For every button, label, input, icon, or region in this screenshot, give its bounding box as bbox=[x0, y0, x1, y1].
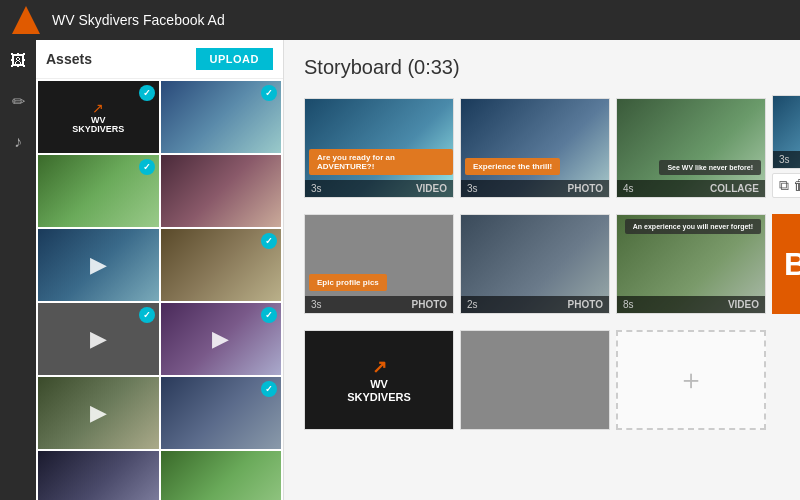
logo-text-card: WVSKYDIVERS bbox=[347, 378, 411, 404]
mini-actions-bar: ⧉ 🗑 bbox=[772, 173, 800, 198]
card-overlay-never: An experience you will never forget! bbox=[625, 219, 761, 234]
asset-thumb-9[interactable]: ▶ bbox=[38, 377, 159, 449]
upload-button[interactable]: UPLOAD bbox=[196, 48, 273, 70]
asset-selected-badge: ✓ bbox=[139, 85, 155, 101]
card-duration: 3s bbox=[467, 183, 478, 194]
delete-icon[interactable]: 🗑 bbox=[793, 177, 800, 194]
asset-thumb-6[interactable]: ✓ bbox=[161, 229, 282, 301]
card-overlay-profile: Epic profile pics bbox=[309, 274, 387, 291]
sidebar-pencil-icon[interactable]: ✏ bbox=[8, 88, 29, 115]
add-icon: ＋ bbox=[677, 361, 705, 399]
asset-thumb-logo[interactable]: ↗ WVSKYDIVERS ✓ bbox=[38, 81, 159, 153]
logo-arrow-card: ↗ bbox=[372, 356, 387, 378]
card-label-profile: 3s PHOTO bbox=[305, 296, 453, 313]
sidebar-icons: 🖼 ✏ ♪ bbox=[0, 40, 36, 500]
card-duration: 3s bbox=[311, 299, 322, 310]
storyboard-row-3: ↗ WVSKYDIVERS ＋ bbox=[304, 330, 780, 430]
asset-selected-badge: ✓ bbox=[139, 159, 155, 175]
asset-thumb-10[interactable]: ✓ bbox=[161, 377, 282, 449]
logo-arrow: ↗ bbox=[92, 100, 104, 116]
card-type: COLLAGE bbox=[710, 183, 759, 194]
asset-thumb-8[interactable]: ▶ ✓ bbox=[161, 303, 282, 375]
card-label-adventure: 3s VIDEO bbox=[305, 180, 453, 197]
orange-block-bc[interactable]: BC bbox=[772, 214, 800, 314]
card-type: VIDEO bbox=[416, 183, 447, 194]
main-layout: 🖼 ✏ ♪ Assets UPLOAD ↗ WVSKYDIVERS ✓ ✓ ✓ bbox=[0, 40, 800, 500]
play-icon: ▶ bbox=[90, 326, 107, 352]
asset-selected-badge: ✓ bbox=[261, 381, 277, 397]
card-label-never: 8s VIDEO bbox=[617, 296, 765, 313]
asset-selected-badge: ✓ bbox=[261, 233, 277, 249]
app-logo bbox=[12, 6, 40, 34]
card-duration: 3s bbox=[311, 183, 322, 194]
card-duration: 4s bbox=[623, 183, 634, 194]
card-overlay-adventure: Are you ready for an ADVENTURE?! bbox=[309, 149, 453, 175]
top-bar: WV Skydivers Facebook Ad bbox=[0, 0, 800, 40]
add-card-button[interactable]: ＋ bbox=[616, 330, 766, 430]
storyboard-row-2: Epic profile pics 3s PHOTO 2s PHOTO An e… bbox=[304, 214, 780, 314]
story-card-collage[interactable]: See WV like never before! 4s COLLAGE bbox=[616, 98, 766, 198]
story-card-never[interactable]: An experience you will never forget! 8s … bbox=[616, 214, 766, 314]
card-label-collage: 4s COLLAGE bbox=[617, 180, 765, 197]
story-card-adventure[interactable]: Are you ready for an ADVENTURE?! 3s VIDE… bbox=[304, 98, 454, 198]
assets-label: Assets bbox=[46, 51, 92, 67]
card-end-row1-container: 3s ⧉ 🗑 bbox=[772, 95, 800, 198]
card-duration: 8s bbox=[623, 299, 634, 310]
copy-icon[interactable]: ⧉ bbox=[779, 177, 789, 194]
logo-text-wv: WVSKYDIVERS bbox=[72, 116, 124, 134]
project-title: WV Skydivers Facebook Ad bbox=[52, 12, 225, 28]
card-type: PHOTO bbox=[412, 299, 447, 310]
story-card-bottom2[interactable] bbox=[460, 330, 610, 430]
card-label-epic2: 2s PHOTO bbox=[461, 296, 609, 313]
card-overlay-thrill: Experience the thrill! bbox=[465, 158, 560, 175]
play-icon: ▶ bbox=[212, 326, 229, 352]
story-card-logo[interactable]: ↗ WVSKYDIVERS bbox=[304, 330, 454, 430]
story-card-epic2[interactable]: 2s PHOTO bbox=[460, 214, 610, 314]
asset-selected-badge: ✓ bbox=[261, 85, 277, 101]
card-label-end1: 3s bbox=[773, 151, 800, 168]
sidebar-music-icon[interactable]: ♪ bbox=[10, 129, 26, 155]
assets-panel: Assets UPLOAD ↗ WVSKYDIVERS ✓ ✓ ✓ ▶ bbox=[36, 40, 284, 500]
play-icon: ▶ bbox=[90, 252, 107, 278]
card-type: VIDEO bbox=[728, 299, 759, 310]
storyboard-area: Storyboard (0:33) Are you ready for an A… bbox=[284, 40, 800, 500]
assets-grid: ↗ WVSKYDIVERS ✓ ✓ ✓ ▶ ✓ bbox=[36, 79, 283, 500]
asset-thumb-3[interactable]: ✓ bbox=[38, 155, 159, 227]
asset-thumb-5[interactable]: ▶ bbox=[38, 229, 159, 301]
orange-block-text: BC bbox=[784, 246, 800, 283]
play-icon: ▶ bbox=[90, 400, 107, 426]
asset-selected-badge: ✓ bbox=[261, 307, 277, 323]
story-card-thrill[interactable]: Experience the thrill! 3s PHOTO bbox=[460, 98, 610, 198]
card-duration: 2s bbox=[467, 299, 478, 310]
asset-selected-badge: ✓ bbox=[139, 307, 155, 323]
card-label-thrill: 3s PHOTO bbox=[461, 180, 609, 197]
asset-thumb-2[interactable]: ✓ bbox=[161, 81, 282, 153]
storyboard-title: Storyboard (0:33) bbox=[304, 56, 780, 79]
story-card-end1[interactable]: 3s bbox=[772, 95, 800, 169]
card-type: PHOTO bbox=[568, 299, 603, 310]
card-overlay-collage: See WV like never before! bbox=[659, 160, 761, 175]
sidebar-image-icon[interactable]: 🖼 bbox=[6, 48, 30, 74]
card-duration: 3s bbox=[779, 154, 790, 165]
asset-thumb-7[interactable]: ▶ ✓ bbox=[38, 303, 159, 375]
assets-header: Assets UPLOAD bbox=[36, 40, 283, 79]
card-type: PHOTO bbox=[568, 183, 603, 194]
storyboard-row-1: Are you ready for an ADVENTURE?! 3s VIDE… bbox=[304, 95, 780, 198]
asset-thumb-4[interactable] bbox=[161, 155, 282, 227]
asset-thumb-12[interactable] bbox=[161, 451, 282, 500]
story-card-profile[interactable]: Epic profile pics 3s PHOTO bbox=[304, 214, 454, 314]
asset-thumb-11[interactable] bbox=[38, 451, 159, 500]
